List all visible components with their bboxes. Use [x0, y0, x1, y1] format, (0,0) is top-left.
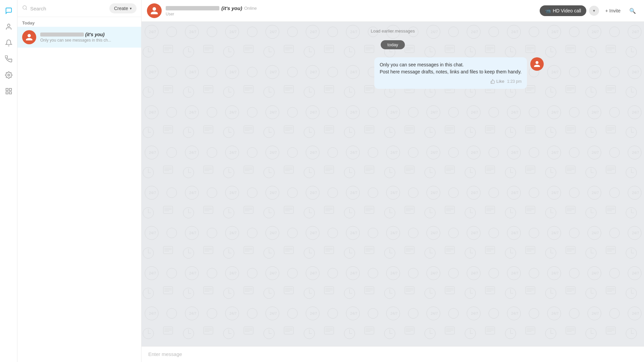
chat-name-redacted [40, 33, 84, 37]
svg-point-6 [23, 6, 26, 9]
header-avatar [147, 3, 162, 18]
header-its-you-label: (it's you) [221, 5, 242, 11]
svg-point-1 [8, 74, 10, 76]
video-call-dropdown-button[interactable]: ▾ [589, 6, 599, 16]
svg-rect-3 [9, 88, 11, 90]
header-user-label: User [166, 12, 536, 16]
chat-content: Load earlier messages today Only you can… [142, 22, 644, 346]
svg-rect-5 [9, 92, 11, 94]
nav-chat-icon[interactable] [2, 4, 15, 17]
search-icon [22, 5, 28, 12]
search-box[interactable]: Search [22, 5, 106, 12]
chat-list-item[interactable]: (it's you) Only you can see messages in … [17, 27, 141, 48]
section-label-today: Today [17, 17, 141, 27]
message-line1: Only you can see messages in this chat. [380, 61, 522, 68]
chat-its-you-label: (it's you) [85, 32, 105, 37]
more-options-button[interactable]: 🔍 [627, 6, 639, 16]
chat-preview: Only you can see messages in this ch... [40, 38, 137, 43]
nav-contacts-icon[interactable] [2, 20, 15, 34]
header-name-redacted [166, 6, 219, 10]
load-earlier-link[interactable]: Load earlier messages [371, 28, 415, 34]
message-row: Only you can see messages in this chat. … [242, 57, 544, 89]
sidebar: Search Create ▾ Today (it's you) Only yo… [17, 0, 142, 362]
day-label: today [381, 40, 405, 49]
search-label: Search [30, 6, 46, 11]
create-chevron-icon: ▾ [130, 6, 132, 11]
chat-background: 24/7 Load earlier messages today Only y [142, 22, 644, 346]
nav-notifications-icon[interactable] [2, 36, 15, 50]
avatar [22, 30, 36, 44]
chat-name: (it's you) [40, 32, 137, 37]
chat-main: (it's you) Online User 📹 HD Video call ▾… [142, 0, 644, 362]
invite-label: + Invite [605, 8, 621, 13]
create-button[interactable]: Create ▾ [109, 3, 137, 13]
video-call-label: HD Video call [553, 8, 581, 13]
nav-calls-icon[interactable] [2, 52, 15, 66]
video-call-button[interactable]: 📹 HD Video call [540, 5, 587, 16]
header-online-label: Online [244, 6, 257, 11]
message-input[interactable] [148, 351, 637, 357]
nav-channels-icon[interactable] [2, 84, 15, 98]
message-line2: Post here message drafts, notes, links a… [380, 68, 522, 75]
create-label: Create [114, 6, 128, 11]
svg-rect-4 [6, 92, 8, 94]
like-button[interactable]: Like [490, 78, 504, 85]
left-nav [0, 0, 17, 362]
svg-rect-2 [6, 88, 8, 90]
chat-header: (it's you) Online User 📹 HD Video call ▾… [142, 0, 644, 22]
invite-button[interactable]: + Invite [602, 6, 624, 15]
message-input-bar [142, 346, 644, 362]
chat-header-info: (it's you) Online User [166, 5, 536, 16]
chat-info: (it's you) Only you can see messages in … [40, 32, 137, 43]
camera-icon: 📹 [545, 8, 551, 13]
message-bubble: Only you can see messages in this chat. … [374, 57, 527, 89]
chevron-down-icon: ▾ [593, 8, 595, 13]
nav-settings-icon[interactable] [2, 68, 15, 82]
message-time: 1:23 pm [507, 78, 522, 84]
sidebar-header: Search Create ▾ [17, 0, 141, 17]
like-label: Like [496, 78, 504, 85]
message-footer: Like 1:23 pm [380, 78, 522, 85]
search-more-icon: 🔍 [629, 8, 636, 14]
message-avatar [530, 57, 544, 71]
chat-header-actions: 📹 HD Video call ▾ + Invite 🔍 [540, 5, 639, 16]
svg-point-0 [7, 24, 10, 26]
chat-header-name: (it's you) Online [166, 5, 536, 11]
